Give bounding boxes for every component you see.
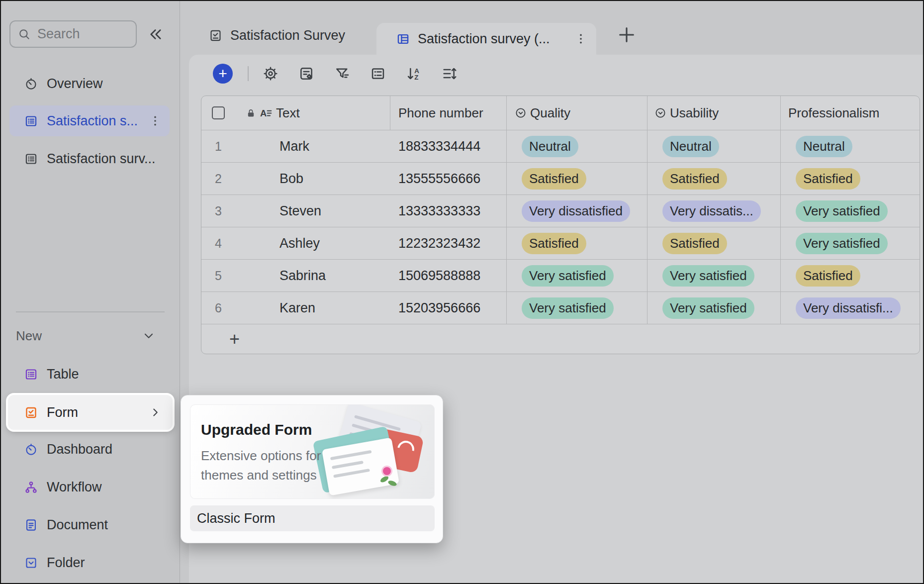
option-badge: Neutral (662, 136, 719, 157)
card-view-icon[interactable] (370, 66, 386, 82)
sidebar-item-new-document[interactable]: Document (9, 510, 170, 539)
search-input[interactable]: Search (9, 20, 137, 48)
cell-usability[interactable]: Very satisfied (647, 292, 781, 324)
settings-gear-icon[interactable] (263, 66, 278, 82)
svg-text:Z: Z (414, 74, 418, 81)
cell-usability[interactable]: Satisfied (647, 227, 781, 259)
sidebar-item-new-dashboard[interactable]: Dashboard (9, 435, 170, 464)
cell-usability[interactable]: Very dissatis... (647, 195, 781, 227)
table-row[interactable]: 4Ashley12232323432SatisfiedSatisfiedVery… (201, 227, 920, 260)
upgraded-form-description-line2: themes and settings (201, 468, 317, 483)
sidebar-item-new-workflow[interactable]: Workflow (9, 473, 170, 501)
cell-usability[interactable]: Very satisfied (647, 260, 781, 292)
sidebar-item-label: Folder (47, 555, 85, 571)
search-placeholder: Search (37, 26, 80, 42)
column-header-text[interactable]: A Text (235, 96, 390, 130)
sidebar-item-label: Table (47, 367, 79, 382)
cell-phone[interactable]: 12232323432 (390, 227, 507, 259)
sidebar-item-label: Satisfaction surv... (47, 151, 156, 167)
sidebar-item-label: Workflow (47, 480, 102, 495)
filter-icon[interactable] (334, 66, 350, 82)
cell-quality[interactable]: Very dissatisfied (507, 195, 647, 227)
new-section-label: New (16, 328, 42, 344)
sort-icon[interactable]: A Z (406, 66, 422, 82)
app-window: Search Overview Satisfaction s... (0, 0, 924, 584)
cell-quality[interactable]: Very satisfied (507, 292, 647, 324)
column-header-quality[interactable]: Quality (507, 96, 647, 130)
cell-quality[interactable]: Satisfied (507, 163, 647, 195)
grid-icon (396, 32, 410, 46)
column-header-professionalism[interactable]: Professionalism (781, 96, 920, 130)
cell-name[interactable]: Sabrina (235, 260, 390, 292)
column-header-phone[interactable]: Phone number (390, 96, 507, 130)
classic-form-option[interactable]: Classic Form (190, 505, 435, 531)
document-icon (24, 518, 38, 532)
select-all-checkbox[interactable] (201, 96, 235, 130)
upgraded-form-title: Upgraded Form (201, 421, 312, 438)
cell-phone[interactable]: 18833334444 (390, 130, 507, 162)
tab-satisfaction-survey[interactable]: Satisfaction Survey (209, 16, 345, 55)
option-badge: Very satisfied (796, 233, 888, 254)
upgraded-form-description-line1: Extensive options for (201, 448, 321, 464)
cell-quality[interactable]: Neutral (507, 130, 647, 162)
table-row[interactable]: 5Sabrina15069588888Very satisfiedVery sa… (201, 260, 920, 292)
row-number: 4 (201, 227, 235, 259)
cell-phone[interactable]: 15069588888 (390, 260, 507, 292)
row-height-icon[interactable] (442, 66, 458, 82)
column-label: Text (276, 105, 300, 121)
cell-name[interactable]: Karen (235, 292, 390, 324)
sidebar-collapse-button[interactable] (147, 26, 164, 43)
add-record-button[interactable]: + (213, 64, 233, 84)
upgraded-form-option[interactable]: Upgraded Form Extensive options for them… (190, 404, 435, 499)
option-badge: Satisfied (796, 168, 860, 190)
cell-usability[interactable]: Neutral (647, 130, 781, 162)
cell-quality[interactable]: Satisfied (507, 227, 647, 259)
more-vert-icon[interactable] (149, 114, 162, 127)
lock-icon (246, 108, 256, 118)
table-icon (24, 368, 38, 381)
workflow-icon (24, 481, 38, 494)
folder-icon (24, 556, 38, 570)
row-number: 3 (201, 195, 235, 227)
option-badge: Very dissatisfied (522, 200, 630, 222)
cell-name[interactable]: Ashley (235, 227, 390, 259)
table-row[interactable]: 2Bob13555556666SatisfiedSatisfiedSatisfi… (201, 163, 920, 195)
sidebar-item-satisfaction-surv[interactable]: Satisfaction surv... (9, 144, 170, 173)
cell-name[interactable]: Mark (235, 130, 390, 162)
cell-professionalism[interactable]: Very satisfied (781, 195, 920, 227)
sidebar-item-new-folder[interactable]: Folder (9, 548, 170, 577)
option-badge: Neutral (522, 136, 578, 157)
tab-satisfaction-survey-grid[interactable]: Satisfaction survey (... (376, 23, 596, 55)
more-vert-icon[interactable] (574, 32, 587, 45)
table-icon (24, 114, 38, 128)
cell-professionalism[interactable]: Neutral (781, 130, 920, 162)
cell-professionalism[interactable]: Very dissatisfi... (781, 292, 920, 324)
cell-phone[interactable]: 13555556666 (390, 163, 507, 195)
sidebar-item-new-table[interactable]: Table (9, 360, 170, 389)
cell-usability[interactable]: Satisfied (647, 163, 781, 195)
row-number: 1 (201, 130, 235, 162)
cell-professionalism[interactable]: Satisfied (781, 163, 920, 195)
option-badge: Very satisfied (522, 265, 614, 287)
sidebar-item-overview[interactable]: Overview (9, 69, 170, 98)
add-record-row[interactable]: + (201, 324, 920, 354)
new-section-toggle[interactable]: New (9, 323, 170, 348)
cell-phone[interactable]: 13333333333 (390, 195, 507, 227)
field-config-icon[interactable] (298, 66, 314, 82)
table-row[interactable]: 1Mark18833334444NeutralNeutralNeutral (201, 130, 920, 163)
sidebar-item-new-form[interactable]: Form (8, 395, 173, 430)
cell-professionalism[interactable]: Very satisfied (781, 227, 920, 259)
cell-phone[interactable]: 15203956666 (390, 292, 507, 324)
sidebar-item-satisfaction-s[interactable]: Satisfaction s... (9, 105, 170, 136)
column-header-usability[interactable]: Usability (647, 96, 781, 130)
cell-name[interactable]: Bob (235, 163, 390, 195)
add-tab-icon[interactable] (617, 25, 637, 45)
cell-quality[interactable]: Very satisfied (507, 260, 647, 292)
option-badge: Very dissatis... (662, 200, 761, 222)
sidebar-item-label: Overview (47, 76, 103, 92)
sidebar: Search Overview Satisfaction s... (1, 1, 180, 583)
cell-name[interactable]: Steven (235, 195, 390, 227)
table-row[interactable]: 3Steven13333333333Very dissatisfiedVery … (201, 195, 920, 227)
table-row[interactable]: 6Karen15203956666Very satisfiedVery sati… (201, 292, 920, 324)
cell-professionalism[interactable]: Satisfied (781, 260, 920, 292)
